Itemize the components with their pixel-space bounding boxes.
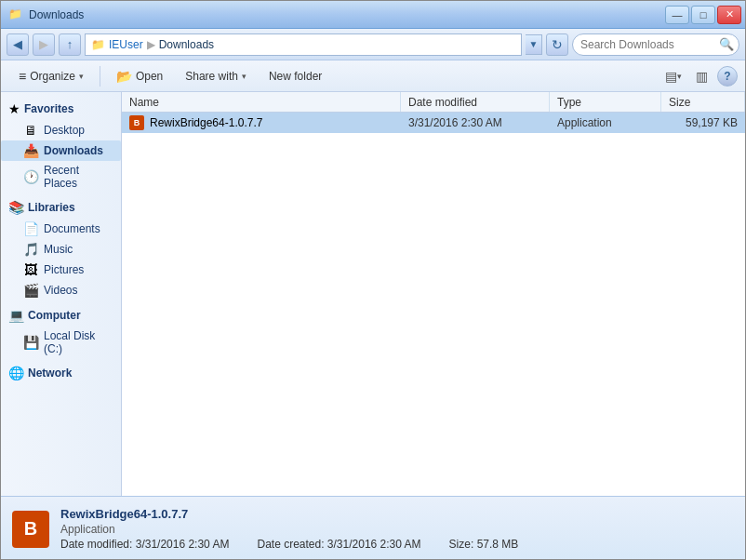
close-button[interactable]: ✕ — [717, 6, 741, 24]
size-label: Size: — [449, 538, 474, 551]
favorites-label: Favorites — [24, 102, 73, 115]
toolbar-separator-1 — [100, 66, 100, 87]
status-type: Application — [60, 523, 518, 536]
sidebar-section-network: 🌐 Network — [1, 362, 121, 384]
column-name-header[interactable]: Name — [122, 92, 401, 112]
file-size-cell: 59,197 KB — [661, 113, 745, 133]
sidebar-group-computer[interactable]: 💻 Computer — [1, 304, 121, 327]
status-info: RewixBridge64-1.0.7.7 Application Date m… — [60, 507, 518, 551]
breadcrumb: 📁 IEUser ▶ Downloads — [85, 33, 522, 56]
title-bar-left: 📁 Downloads — [8, 7, 84, 22]
share-with-label: Share with — [185, 70, 238, 83]
refresh-button[interactable]: ↻ — [546, 33, 568, 56]
status-details: Date modified: 3/31/2016 2:30 AM Date cr… — [60, 538, 518, 551]
up-button[interactable]: ↑ — [59, 33, 81, 56]
sidebar-section-favorites: ★ Favorites 🖥 Desktop 📥 Downloads 🕐 Rece… — [1, 98, 121, 193]
sidebar-item-desktop-label: Desktop — [44, 124, 85, 137]
sidebar-item-recent-places-label: Recent Places — [44, 164, 113, 190]
sidebar-item-music[interactable]: 🎵 Music — [1, 239, 121, 260]
pictures-icon: 🖼 — [23, 262, 38, 277]
view-dropdown-arrow: ▾ — [677, 72, 682, 81]
music-icon: 🎵 — [23, 242, 38, 257]
breadcrumb-dropdown-button[interactable]: ▼ — [526, 34, 542, 55]
date-modified-label: Date modified: — [60, 538, 132, 551]
favorites-icon: ★ — [8, 101, 20, 116]
title-bar: 📁 Downloads — □ ✕ — [1, 1, 745, 29]
column-size-header[interactable]: Size — [661, 92, 745, 112]
sidebar-item-music-label: Music — [44, 243, 73, 256]
sidebar-item-documents[interactable]: 📄 Documents — [1, 219, 121, 239]
search-input[interactable] — [572, 33, 739, 56]
organize-icon: ≡ — [19, 69, 26, 84]
sidebar-group-libraries[interactable]: 📚 Libraries — [1, 196, 121, 219]
date-created-value: 3/31/2016 2:30 AM — [327, 538, 421, 551]
sidebar-item-desktop[interactable]: 🖥 Desktop — [1, 120, 121, 140]
column-date-header[interactable]: Date modified — [401, 92, 550, 112]
file-date-cell: 3/31/2016 2:30 AM — [401, 113, 550, 133]
file-icon: B — [129, 115, 144, 130]
file-type-cell: Application — [550, 113, 661, 133]
minimize-button[interactable]: — — [665, 6, 689, 24]
organize-label: Organize — [30, 70, 75, 83]
sidebar-item-local-disk-label: Local Disk (C:) — [44, 329, 113, 355]
file-list: B RewixBridge64-1.0.7.7 3/31/2016 2:30 A… — [122, 113, 745, 496]
view-button[interactable]: ▤ ▾ — [661, 64, 686, 88]
new-folder-button[interactable]: New folder — [259, 64, 332, 88]
network-icon: 🌐 — [8, 366, 24, 380]
sidebar-item-documents-label: Documents — [44, 222, 100, 235]
title-bar-text: Downloads — [29, 8, 84, 21]
view-icon: ▤ — [665, 69, 677, 84]
computer-icon: 💻 — [8, 308, 24, 323]
open-button[interactable]: 📂 Open — [106, 64, 173, 88]
pane-button[interactable]: ▥ — [689, 64, 713, 88]
documents-icon: 📄 — [23, 221, 38, 236]
status-date-modified: Date modified: 3/31/2016 2:30 AM — [60, 538, 229, 551]
share-with-dropdown-arrow: ▾ — [242, 72, 246, 81]
search-button[interactable]: 🔍 — [717, 35, 736, 54]
breadcrumb-ieuser[interactable]: IEUser — [109, 38, 143, 51]
sidebar-item-recent-places[interactable]: 🕐 Recent Places — [1, 161, 121, 193]
file-name-cell: B RewixBridge64-1.0.7.7 — [122, 113, 401, 133]
share-with-button[interactable]: Share with ▾ — [175, 64, 257, 88]
column-type-header[interactable]: Type — [550, 92, 661, 112]
organize-button[interactable]: ≡ Organize ▾ — [8, 64, 94, 88]
downloads-icon: 📥 — [23, 143, 38, 158]
sidebar-item-downloads-label: Downloads — [44, 144, 103, 157]
toolbar: ≡ Organize ▾ 📂 Open Share with ▾ New fol… — [1, 60, 745, 92]
breadcrumb-separator: ▶ — [147, 38, 155, 51]
title-bar-controls: — □ ✕ — [665, 6, 741, 24]
breadcrumb-current: Downloads — [159, 38, 214, 51]
search-container: 🔍 — [572, 33, 739, 56]
new-folder-label: New folder — [269, 70, 322, 83]
status-file-icon: B — [12, 511, 49, 548]
sidebar-item-local-disk[interactable]: 💾 Local Disk (C:) — [1, 327, 121, 358]
sidebar-group-network[interactable]: 🌐 Network — [1, 362, 121, 384]
maximize-button[interactable]: □ — [691, 6, 715, 24]
organize-dropdown-arrow: ▾ — [79, 72, 84, 81]
breadcrumb-folder-icon: 📁 — [91, 38, 105, 51]
back-button[interactable]: ◀ — [7, 33, 29, 56]
sidebar-item-videos[interactable]: 🎬 Videos — [1, 280, 121, 300]
recent-places-icon: 🕐 — [23, 169, 38, 184]
column-header: Name Date modified Type Size — [122, 92, 745, 113]
sidebar-group-favorites[interactable]: ★ Favorites — [1, 98, 121, 120]
open-icon: 📂 — [116, 69, 132, 84]
libraries-icon: 📚 — [8, 200, 24, 215]
open-label: Open — [136, 70, 163, 83]
sidebar-section-libraries: 📚 Libraries 📄 Documents 🎵 Music 🖼 Pictur… — [1, 196, 121, 300]
help-button[interactable]: ? — [717, 66, 738, 87]
sidebar-item-pictures[interactable]: 🖼 Pictures — [1, 260, 121, 280]
status-bar: B RewixBridge64-1.0.7.7 Application Date… — [1, 496, 745, 560]
videos-icon: 🎬 — [23, 283, 38, 298]
sidebar-section-computer: 💻 Computer 💾 Local Disk (C:) — [1, 304, 121, 358]
sidebar-item-videos-label: Videos — [44, 284, 77, 297]
status-size: Size: 57.8 MB — [449, 538, 519, 551]
file-area: Name Date modified Type Size B RewixBrid… — [122, 92, 745, 496]
forward-button[interactable]: ▶ — [33, 33, 55, 56]
address-bar: ◀ ▶ ↑ 📁 IEUser ▶ Downloads ▼ ↻ 🔍 — [1, 29, 745, 60]
date-modified-value: 3/31/2016 2:30 AM — [136, 538, 230, 551]
libraries-label: Libraries — [28, 201, 75, 214]
table-row[interactable]: B RewixBridge64-1.0.7.7 3/31/2016 2:30 A… — [122, 113, 745, 133]
computer-label: Computer — [28, 309, 81, 322]
sidebar-item-downloads[interactable]: 📥 Downloads — [1, 140, 121, 161]
